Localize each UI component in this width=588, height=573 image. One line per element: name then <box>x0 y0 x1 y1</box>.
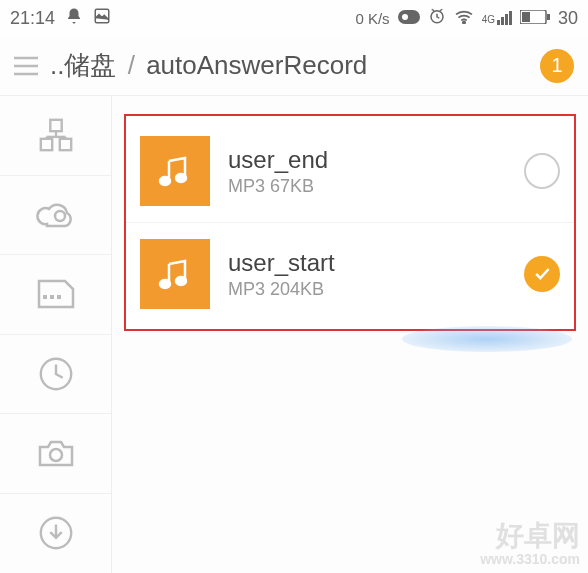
sidebar-item-download[interactable] <box>0 494 111 573</box>
svg-point-2 <box>402 14 408 20</box>
breadcrumb[interactable]: ..储盘 / autoAnswerRecord <box>50 48 528 83</box>
svg-rect-6 <box>522 12 530 22</box>
music-file-icon <box>140 136 210 206</box>
checkbox-unchecked[interactable] <box>524 153 560 189</box>
svg-rect-21 <box>57 295 61 299</box>
svg-rect-13 <box>59 139 70 150</box>
svg-rect-12 <box>40 139 51 150</box>
file-name: user_start <box>228 249 506 277</box>
notification-image-icon <box>93 7 111 30</box>
status-time: 21:14 <box>10 8 55 29</box>
vpn-icon <box>398 8 420 29</box>
status-bar: 21:14 0 K/s 4G 30 <box>0 0 588 36</box>
sidebar-item-camera[interactable] <box>0 414 111 494</box>
sidebar-item-cloud[interactable] <box>0 176 111 256</box>
checkbox-checked[interactable] <box>524 256 560 292</box>
svg-point-23 <box>50 449 62 461</box>
notification-bell-icon <box>65 7 83 30</box>
svg-rect-1 <box>398 10 420 24</box>
battery-icon <box>520 8 550 29</box>
svg-rect-7 <box>547 14 550 20</box>
alarm-icon <box>428 7 446 30</box>
svg-point-29 <box>176 277 186 285</box>
breadcrumb-part-1: ..储盘 <box>50 50 116 80</box>
menu-icon[interactable] <box>14 56 38 76</box>
sidebar <box>0 96 112 573</box>
svg-point-26 <box>176 174 186 182</box>
sidebar-item-storage[interactable] <box>0 255 111 335</box>
file-name: user_end <box>228 146 506 174</box>
signal-icon: 4G <box>482 11 512 25</box>
breadcrumb-bar: ..储盘 / autoAnswerRecord 1 <box>0 36 588 96</box>
svg-rect-20 <box>50 295 54 299</box>
data-rate: 0 K/s <box>355 10 389 27</box>
svg-rect-19 <box>43 295 47 299</box>
selection-count-badge: 1 <box>540 49 574 83</box>
file-row[interactable]: user_start MP3 204KB <box>126 223 574 325</box>
music-file-icon <box>140 239 210 309</box>
breadcrumb-part-2: autoAnswerRecord <box>146 50 367 80</box>
selection-highlight-box: user_end MP3 67KB user_start MP3 204KB <box>124 114 576 331</box>
svg-point-4 <box>462 21 464 23</box>
sidebar-item-recent[interactable] <box>0 335 111 415</box>
file-meta: MP3 67KB <box>228 176 506 197</box>
svg-rect-11 <box>50 120 61 131</box>
sidebar-item-category[interactable] <box>0 96 111 176</box>
file-meta: MP3 204KB <box>228 279 506 300</box>
wifi-icon <box>454 8 474 29</box>
breadcrumb-separator: / <box>128 50 135 80</box>
file-row[interactable]: user_end MP3 67KB <box>126 120 574 223</box>
battery-percent: 30 <box>558 8 578 29</box>
file-list: user_end MP3 67KB user_start MP3 204KB <box>112 96 588 573</box>
svg-point-18 <box>55 211 65 221</box>
